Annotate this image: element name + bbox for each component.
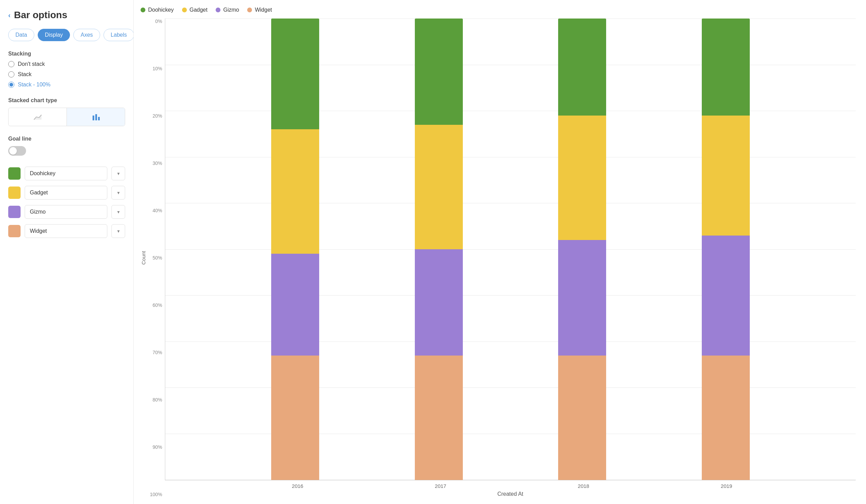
- main-content: Doohickey Gadget Gizmo Widget Count 100%…: [134, 0, 866, 504]
- tab-data[interactable]: Data: [8, 29, 34, 41]
- series-input-doohickey[interactable]: [25, 167, 107, 180]
- series-dropdown-widget[interactable]: ▾: [111, 224, 125, 238]
- radio-stack-100-input[interactable]: [8, 82, 14, 88]
- bar-segment-doohickey-2018: [558, 19, 606, 115]
- bar-segment-doohickey-2019: [702, 19, 750, 115]
- series-list: ▾ ▾ ▾ ▾: [8, 167, 125, 238]
- bar-segment-gizmo-2017: [415, 249, 463, 356]
- radio-dont-stack[interactable]: Don't stack: [8, 61, 125, 67]
- bar-segment-gizmo-2016: [271, 254, 319, 355]
- chart-type-bar[interactable]: [67, 108, 125, 126]
- y-label-50: 50%: [153, 255, 162, 260]
- chevron-down-icon: ▾: [117, 228, 120, 234]
- stacking-radio-group: Don't stack Stack Stack - 100%: [8, 61, 125, 88]
- y-label-80: 80%: [153, 397, 162, 403]
- series-item-gizmo: ▾: [8, 205, 125, 219]
- bar-group-2019: [698, 19, 753, 480]
- series-item-doohickey: ▾: [8, 167, 125, 180]
- tab-axes[interactable]: Axes: [73, 29, 100, 41]
- radio-stack-input[interactable]: [8, 71, 14, 78]
- bar-segment-gadget-2018: [558, 115, 606, 240]
- series-color-gizmo: [8, 206, 21, 218]
- bar-segment-gizmo-2018: [558, 240, 606, 356]
- bar-segment-gizmo-2019: [702, 236, 750, 356]
- legend-item-doohickey: Doohickey: [141, 7, 174, 13]
- radio-stack-100-label: Stack - 100%: [18, 82, 51, 88]
- svg-rect-1: [92, 115, 94, 120]
- stacked-bar-2018: [558, 19, 606, 480]
- bar-group-2017: [411, 19, 466, 480]
- legend-dot-widget: [247, 8, 252, 12]
- series-input-gadget[interactable]: [25, 186, 107, 200]
- series-dropdown-gadget[interactable]: ▾: [111, 186, 125, 200]
- chevron-down-icon: ▾: [117, 209, 120, 215]
- chart-inner: 2016 2017 2018 2019 Created At: [165, 19, 856, 497]
- stacked-bar-2017: [415, 19, 463, 480]
- series-color-gadget: [8, 187, 21, 199]
- legend-dot-gizmo: [216, 8, 220, 12]
- x-label-2018: 2018: [556, 483, 611, 489]
- goal-line-label: Goal line: [8, 136, 125, 142]
- radio-dont-stack-label: Don't stack: [18, 61, 45, 67]
- svg-marker-0: [34, 115, 42, 120]
- stacked-bar-2016: [271, 19, 319, 480]
- legend-label-doohickey: Doohickey: [148, 7, 174, 13]
- stacked-chart-type-label: Stacked chart type: [8, 97, 125, 103]
- y-axis: 100% 90% 80% 70% 60% 50% 40% 30% 20% 10%…: [148, 19, 165, 497]
- radio-stack[interactable]: Stack: [8, 71, 125, 78]
- stacking-label: Stacking: [8, 51, 125, 57]
- chart-area: Count 100% 90% 80% 70% 60% 50% 40% 30% 2…: [141, 19, 856, 497]
- x-label-2019: 2019: [699, 483, 754, 489]
- bar-segment-gadget-2017: [415, 125, 463, 249]
- svg-rect-2: [95, 114, 97, 120]
- tab-labels[interactable]: Labels: [103, 29, 134, 41]
- chart-legend: Doohickey Gadget Gizmo Widget: [141, 7, 856, 13]
- chart-type-options: [8, 108, 125, 126]
- back-icon[interactable]: ‹: [8, 11, 11, 19]
- bar-segment-widget-2019: [702, 356, 750, 480]
- chevron-down-icon: ▾: [117, 190, 120, 195]
- tab-row: Data Display Axes Labels: [8, 29, 125, 41]
- chevron-down-icon: ▾: [117, 171, 120, 176]
- legend-item-gizmo: Gizmo: [216, 7, 239, 13]
- y-label-60: 60%: [153, 302, 162, 308]
- bar-segment-widget-2017: [415, 356, 463, 480]
- goal-line-section: Goal line: [8, 136, 125, 156]
- series-color-widget: [8, 225, 21, 237]
- y-label-20: 20%: [153, 113, 162, 119]
- bar-segment-gadget-2016: [271, 129, 319, 254]
- bar-segment-gadget-2019: [702, 115, 750, 236]
- bar-group-2018: [555, 19, 610, 480]
- series-color-doohickey: [8, 167, 21, 180]
- y-label-90: 90%: [153, 444, 162, 450]
- bar-group-2016: [268, 19, 323, 480]
- radio-dont-stack-input[interactable]: [8, 61, 14, 67]
- legend-label-widget: Widget: [255, 7, 272, 13]
- x-label-2017: 2017: [413, 483, 468, 489]
- goal-line-row: [8, 146, 125, 156]
- series-item-gadget: ▾: [8, 186, 125, 200]
- bar-segment-widget-2016: [271, 356, 319, 480]
- sidebar-header: ‹ Bar options: [8, 10, 125, 21]
- legend-dot-gadget: [182, 8, 187, 12]
- y-axis-title: Count: [141, 19, 146, 497]
- sidebar-title: Bar options: [14, 10, 68, 21]
- series-input-gizmo[interactable]: [25, 205, 107, 219]
- series-dropdown-gizmo[interactable]: ▾: [111, 205, 125, 219]
- legend-label-gizmo: Gizmo: [223, 7, 239, 13]
- y-label-100: 100%: [150, 492, 162, 497]
- legend-item-gadget: Gadget: [182, 7, 208, 13]
- series-item-widget: ▾: [8, 224, 125, 238]
- radio-stack-100[interactable]: Stack - 100%: [8, 82, 125, 88]
- goal-line-toggle[interactable]: [8, 146, 26, 156]
- sidebar: ‹ Bar options Data Display Axes Labels S…: [0, 0, 134, 504]
- chart-type-area[interactable]: [9, 108, 67, 126]
- series-dropdown-doohickey[interactable]: ▾: [111, 167, 125, 180]
- bar-segment-doohickey-2016: [271, 19, 319, 129]
- y-label-10: 10%: [153, 66, 162, 71]
- tab-display[interactable]: Display: [38, 29, 70, 41]
- y-label-40: 40%: [153, 208, 162, 213]
- series-input-widget[interactable]: [25, 224, 107, 238]
- stacked-bar-2019: [702, 19, 750, 480]
- y-label-70: 70%: [153, 350, 162, 355]
